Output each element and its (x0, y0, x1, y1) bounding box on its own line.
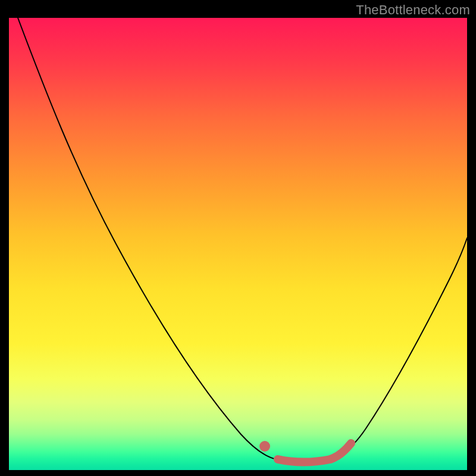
chart-stage: TheBottleneck.com (0, 0, 476, 476)
optimal-range-highlight (278, 443, 351, 462)
highlight-start-dot (259, 441, 270, 452)
attribution-text: TheBottleneck.com (356, 2, 470, 18)
bottleneck-curve (18, 18, 467, 462)
gradient-plot-area (9, 18, 467, 470)
bottleneck-curve-svg (9, 18, 467, 470)
